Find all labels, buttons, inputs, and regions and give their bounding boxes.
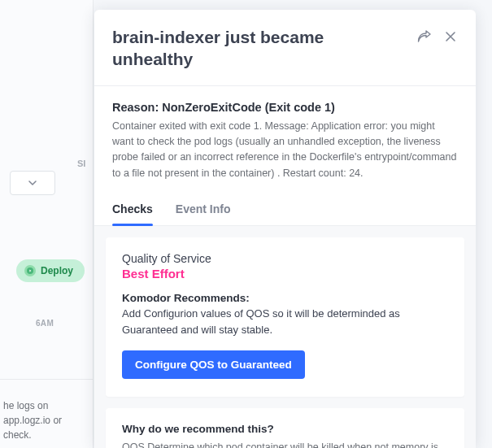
reason-body: Container exited with exit code 1. Messa… — [112, 119, 458, 182]
deploy-pill[interactable]: Deploy — [16, 259, 85, 282]
why-card: Why do we recommend this? QOS Determine … — [106, 408, 464, 448]
tab-checks[interactable]: Checks — [112, 194, 153, 225]
timeline-time-label: 6AM — [36, 319, 54, 328]
qos-card: Quality of Service Best Effort Komodor R… — [106, 237, 464, 397]
event-detail-panel: brain-indexer just became unhealthy Reas… — [94, 10, 476, 448]
bg-bottom-text: he logs on app.logz.io or check. — [3, 398, 85, 442]
configure-qos-button[interactable]: Configure QOS to Guaranteed — [122, 350, 305, 379]
bg-select-dropdown[interactable] — [10, 171, 55, 195]
tab-content: Quality of Service Best Effort Komodor R… — [94, 226, 476, 448]
share-icon[interactable] — [417, 29, 432, 44]
header-actions — [417, 26, 458, 44]
why-body: QOS Determine which pod container will b… — [122, 440, 448, 448]
deploy-icon — [24, 265, 36, 276]
qos-label: Quality of Service — [122, 252, 448, 265]
why-heading: Why do we recommend this? — [122, 423, 448, 435]
panel-header: brain-indexer just became unhealthy — [94, 10, 476, 85]
reason-block: Reason: NonZeroExitCode (Exit code 1) Co… — [94, 86, 476, 195]
deploy-label: Deploy — [41, 265, 73, 276]
qos-value: Best Effort — [122, 267, 448, 281]
recommendation-body: Add Configurion values of QOS so it will… — [122, 306, 448, 337]
background-left-strip: SI — [0, 0, 94, 448]
chevron-down-icon — [28, 181, 37, 185]
reason-heading: Reason: NonZeroExitCode (Exit code 1) — [112, 101, 458, 114]
close-icon[interactable] — [443, 29, 458, 44]
tab-event-info[interactable]: Event Info — [176, 194, 231, 225]
tabs-row: Checks Event Info — [94, 194, 476, 226]
bg-divider — [0, 379, 94, 380]
panel-title: brain-indexer just became unhealthy — [112, 26, 417, 71]
recommendation-heading: Komodor Recommends: — [122, 292, 448, 304]
bg-field-label-fragment: SI — [0, 159, 85, 168]
